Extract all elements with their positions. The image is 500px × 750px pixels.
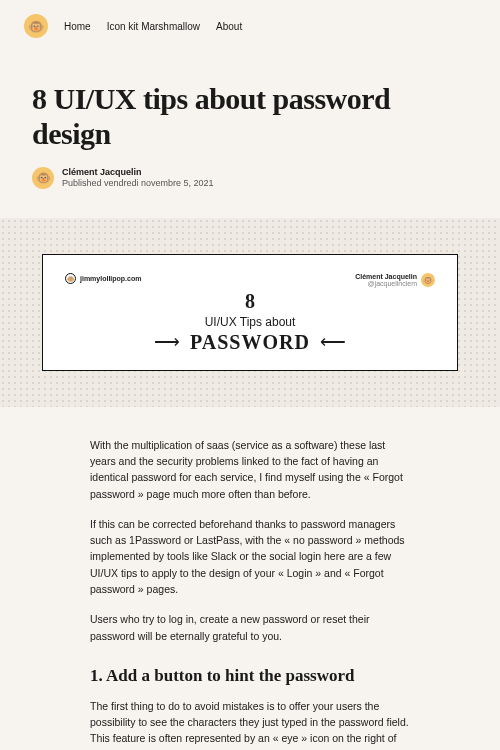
hero-number: 8: [65, 290, 435, 313]
hero-keyword: PASSWORD: [190, 331, 310, 354]
author-name[interactable]: Clément Jacquelin: [62, 167, 214, 178]
hero-credit-name: Clément Jacquelin: [355, 273, 417, 281]
arrow-left-icon: ⟵: [320, 331, 346, 353]
author-avatar[interactable]: 🐵: [32, 167, 54, 189]
section-heading: 1. Add a button to hint the password: [90, 666, 410, 686]
author-byline: 🐵 Clément Jacquelin Published vendredi n…: [32, 167, 468, 190]
hero-site: 🐵 jimmylollipop.com: [65, 273, 141, 284]
paragraph: With the multiplication of saas (service…: [90, 437, 410, 502]
nav-link-about[interactable]: About: [216, 21, 242, 32]
top-nav: 🐵 Home Icon kit Marshmallow About: [0, 0, 500, 52]
hero-credit: Clément Jacquelin @jacquelinclem 🐵: [355, 273, 435, 288]
article-body: With the multiplication of saas (service…: [32, 407, 468, 750]
page-title: 8 UI/UX tips about password design: [32, 82, 468, 151]
nav-link-iconkit[interactable]: Icon kit Marshmallow: [107, 21, 200, 32]
arrow-right-icon: ⟶: [154, 331, 180, 353]
hero-banner: 🐵 jimmylollipop.com Clément Jacquelin @j…: [0, 218, 500, 407]
paragraph: The first thing to do to avoid mistakes …: [90, 698, 410, 750]
nav-link-home[interactable]: Home: [64, 21, 91, 32]
site-logo[interactable]: 🐵: [24, 14, 48, 38]
hero-subtitle: UI/UX Tips about: [65, 315, 435, 329]
publish-date: Published vendredi novembre 5, 2021: [62, 178, 214, 189]
hero-site-icon: 🐵: [65, 273, 76, 284]
hero-credit-handle: @jacquelinclem: [355, 280, 417, 288]
paragraph: If this can be corrected beforehand than…: [90, 516, 410, 597]
article: 8 UI/UX tips about password design 🐵 Clé…: [0, 52, 500, 750]
hero-card: 🐵 jimmylollipop.com Clément Jacquelin @j…: [42, 254, 458, 371]
paragraph: Users who try to log in, create a new pa…: [90, 611, 410, 644]
hero-credit-avatar: 🐵: [421, 273, 435, 287]
